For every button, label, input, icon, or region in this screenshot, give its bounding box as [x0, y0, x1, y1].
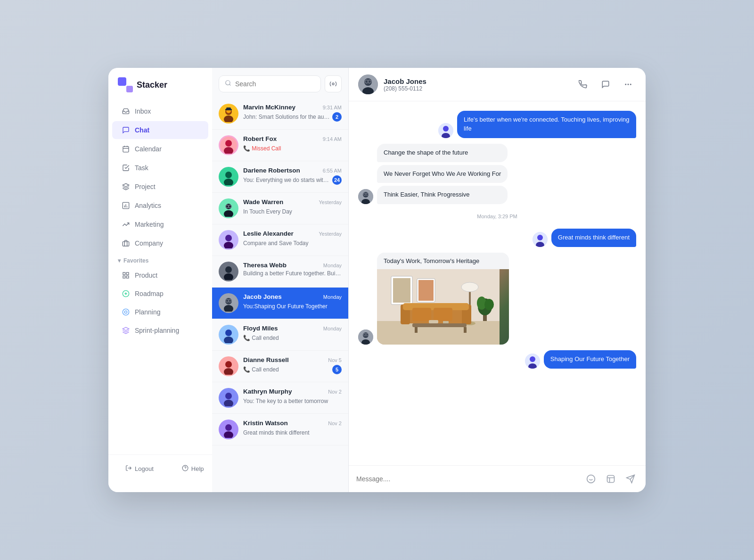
- chat-item-jacob[interactable]: Jacob Jones Monday You:Shaping Our Futur…: [212, 288, 348, 319]
- chat-item-kathryn[interactable]: Kathryn Murphy Nov 2 You: The key to a b…: [212, 382, 348, 414]
- sidebar-bottom: Logout Help: [108, 454, 212, 483]
- svg-rect-109: [415, 327, 418, 333]
- chat-item-floyd[interactable]: Floyd Miles Monday 📞 Call ended: [212, 319, 348, 351]
- chat-item-theresa[interactable]: Theresa Webb Monday Building a better Fu…: [212, 256, 348, 288]
- badge-dianne: 5: [332, 365, 342, 374]
- svg-point-62: [225, 424, 232, 431]
- project-icon: [122, 182, 130, 191]
- avatar-kathryn: [219, 388, 238, 408]
- media-text: Today's Work, Tomorrow's Heritage: [377, 253, 509, 269]
- svg-point-74: [443, 126, 449, 132]
- chat-contact-phone: (208) 555-0112: [384, 85, 569, 92]
- nav-item-project[interactable]: Project: [112, 178, 208, 196]
- chat-contact-name: Jacob Jones: [384, 77, 569, 85]
- svg-point-116: [587, 475, 595, 483]
- chat-info-leslie: Leslie Alexander Yesterday Compare and S…: [243, 230, 342, 247]
- chat-item-dianne[interactable]: Dianne Russell Nov 5 📞 Call ended 5: [212, 351, 348, 382]
- svg-point-22: [332, 83, 334, 85]
- svg-rect-94: [418, 280, 434, 301]
- chat-info-dianne: Dianne Russell Nov 5 📞 Call ended 5: [243, 356, 342, 374]
- svg-point-70: [625, 84, 626, 85]
- svg-rect-102: [412, 308, 431, 321]
- nav-item-calendar[interactable]: Calendar: [112, 140, 208, 158]
- logout-icon: [125, 465, 132, 473]
- sprint-icon: [122, 326, 130, 335]
- chat-item-kristin[interactable]: Kristin Watson Nov 2 Great minds think d…: [212, 414, 348, 445]
- chat-item-darlene[interactable]: Darlene Robertson 6:55 AM You: Everythin…: [212, 161, 348, 193]
- filter-button[interactable]: [325, 75, 342, 92]
- search-input[interactable]: [235, 80, 315, 88]
- nav-item-product[interactable]: Product: [112, 266, 208, 284]
- nav-item-company[interactable]: Company: [112, 234, 208, 252]
- roadmap-icon: [122, 289, 130, 298]
- svg-rect-11: [126, 272, 129, 275]
- message-sent-3: Shaping Our Future Together: [358, 350, 636, 369]
- svg-point-42: [225, 235, 232, 241]
- emoji-button[interactable]: [583, 471, 598, 486]
- video-button[interactable]: [598, 76, 614, 92]
- company-label: Company: [135, 239, 163, 247]
- search-box: [219, 75, 321, 92]
- sent-avatar-3: [525, 354, 540, 369]
- svg-rect-108: [412, 323, 467, 327]
- nav-item-planning[interactable]: Planning: [112, 303, 208, 321]
- nav-item-sprint[interactable]: Sprint-planning: [112, 321, 208, 339]
- planning-label: Planning: [135, 308, 161, 316]
- send-button[interactable]: [623, 471, 638, 486]
- chat-item-marvin[interactable]: Marvin McKinney 9:31 AM John: Smart Solu…: [212, 98, 348, 130]
- chat-item-robert[interactable]: Robert Fox 9:14 AM 📞 Missed Call: [212, 130, 348, 161]
- sent-avatar-2: [533, 232, 548, 247]
- phone-button[interactable]: [575, 76, 591, 92]
- svg-rect-12: [126, 276, 129, 278]
- roadmap-label: Roadmap: [135, 290, 164, 297]
- svg-point-53: [225, 329, 232, 336]
- nav-item-roadmap[interactable]: Roadmap: [112, 285, 208, 303]
- nav-item-analytics[interactable]: Analytics: [112, 197, 208, 214]
- recv-bubble-2: We Never Forget Who We Are Working For: [377, 165, 508, 183]
- chat-item-wade[interactable]: Wade Warren Yesterday In Touch Every Day: [212, 193, 348, 224]
- message-input[interactable]: [356, 475, 579, 483]
- nav-item-chat[interactable]: Chat: [112, 121, 208, 139]
- nav-item-inbox[interactable]: Inbox: [112, 102, 208, 120]
- calendar-label: Calendar: [135, 145, 162, 153]
- svg-point-56: [225, 361, 232, 368]
- svg-rect-103: [434, 308, 452, 321]
- svg-line-21: [229, 84, 231, 86]
- favorites-section[interactable]: ▾ Favorites: [108, 253, 212, 266]
- nav-item-marketing[interactable]: Marketing: [112, 215, 208, 233]
- sent-avatar-1: [438, 123, 453, 138]
- app-container: Stacker Inbox Chat: [108, 68, 646, 492]
- chat-info-robert: Robert Fox 9:14 AM 📞 Missed Call: [243, 135, 342, 152]
- recv-bubble-1: Change the shape of the future: [377, 144, 508, 162]
- svg-point-71: [628, 84, 629, 85]
- nav-item-task[interactable]: Task: [112, 159, 208, 177]
- favorites-list: Product Roadmap Planning: [108, 266, 212, 454]
- chat-header-actions: [575, 76, 636, 92]
- more-button[interactable]: [620, 76, 636, 92]
- logout-button[interactable]: Logout: [116, 460, 163, 478]
- chat-label: Chat: [135, 126, 149, 134]
- marketing-label: Marketing: [135, 221, 164, 228]
- inbox-icon: [122, 107, 130, 115]
- svg-point-59: [225, 393, 232, 399]
- help-button[interactable]: Help: [172, 460, 213, 478]
- message-sent-1: Life's better when we're connected. Touc…: [358, 111, 636, 138]
- chat-info-kristin: Kristin Watson Nov 2 Great minds think d…: [243, 420, 342, 436]
- sticker-button[interactable]: [603, 471, 618, 486]
- chat-info-theresa: Theresa Webb Monday Building a better Fu…: [243, 262, 342, 277]
- svg-rect-111: [429, 320, 438, 323]
- avatar-leslie: [219, 230, 238, 250]
- avatar-dianne: [219, 356, 238, 376]
- chat-list-panel: Marvin McKinney 9:31 AM John: Smart Solu…: [212, 68, 349, 492]
- svg-point-45: [225, 266, 232, 273]
- chat-header-info: Jacob Jones (208) 555-0112: [384, 77, 569, 92]
- chat-input-area: [349, 465, 646, 492]
- avatar-darlene: [219, 167, 238, 187]
- svg-point-82: [537, 235, 543, 240]
- marketing-icon: [122, 220, 130, 229]
- chat-item-leslie[interactable]: Leslie Alexander Yesterday Compare and S…: [212, 224, 348, 256]
- message-sent-2: Great minds think different: [358, 229, 636, 247]
- svg-rect-110: [464, 327, 467, 333]
- planning-icon: [122, 308, 130, 316]
- svg-point-33: [225, 172, 232, 178]
